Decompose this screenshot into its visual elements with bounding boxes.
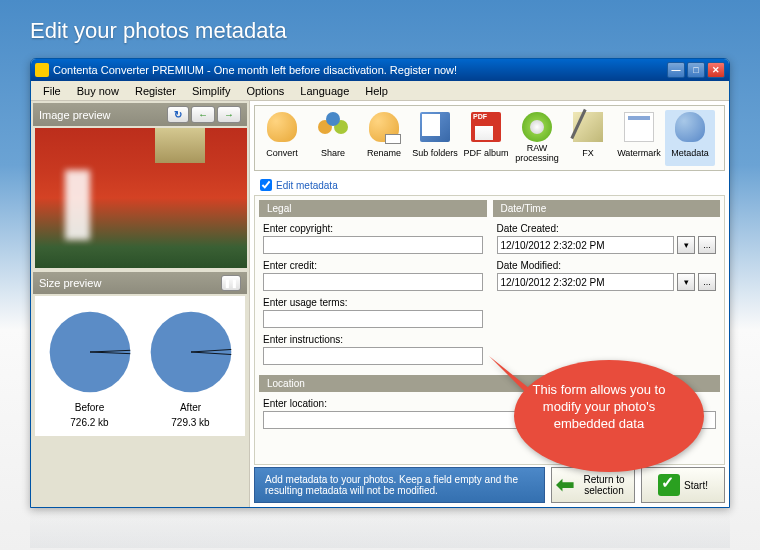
date-created-input[interactable] <box>497 236 675 254</box>
after-size: After 729.3 kb <box>149 310 233 428</box>
copyright-input[interactable] <box>263 236 483 254</box>
app-icon <box>35 63 49 77</box>
maximize-button[interactable]: □ <box>687 62 705 78</box>
titlebar[interactable]: Contenta Converter PREMIUM - One month l… <box>31 59 729 81</box>
folder-icon <box>420 112 450 142</box>
image-preview <box>35 128 247 268</box>
menu-options[interactable]: Options <box>238 83 292 99</box>
size-preview-title: Size preview <box>39 277 101 289</box>
instructions-label: Enter instructions: <box>263 334 483 345</box>
menu-simplify[interactable]: Simplify <box>184 83 239 99</box>
tool-fx[interactable]: FX <box>563 110 613 166</box>
section-legal: Legal <box>259 200 487 217</box>
date-modified-input[interactable] <box>497 273 675 291</box>
menu-register[interactable]: Register <box>127 83 184 99</box>
toolbar: Convert Share Rename Sub folders PDF alb… <box>254 105 725 171</box>
before-size: Before 726.2 kb <box>48 310 132 428</box>
credit-label: Enter credit: <box>263 260 483 271</box>
edit-metadata-label: Edit metadata <box>276 180 338 191</box>
close-button[interactable]: ✕ <box>707 62 725 78</box>
edit-metadata-checkbox[interactable] <box>260 179 272 191</box>
tool-watermark[interactable]: Watermark <box>614 110 664 166</box>
tool-pdfalbum[interactable]: PDF album <box>461 110 511 166</box>
prev-image-button[interactable]: ← <box>191 106 215 123</box>
instructions-input[interactable] <box>263 347 483 365</box>
after-pie-icon <box>149 310 233 394</box>
date-created-dropdown[interactable]: ▾ <box>677 236 695 254</box>
watermark-icon <box>624 112 654 142</box>
people-icon <box>318 112 348 142</box>
person-icon <box>267 112 297 142</box>
tool-rename[interactable]: Rename <box>359 110 409 166</box>
pdf-icon <box>471 112 501 142</box>
copyright-label: Enter copyright: <box>263 223 483 234</box>
credit-input[interactable] <box>263 273 483 291</box>
after-value: 729.3 kb <box>149 417 233 428</box>
metadata-icon <box>675 112 705 142</box>
callout-text: This form allows you to modify your phot… <box>519 381 679 432</box>
menu-file[interactable]: File <box>35 83 69 99</box>
rename-icon <box>369 112 399 142</box>
date-created-picker[interactable]: ... <box>698 236 716 254</box>
page-headline: Edit your photos metadata <box>0 0 760 56</box>
after-label: After <box>149 402 233 413</box>
tool-subfolders[interactable]: Sub folders <box>410 110 460 166</box>
menu-buynow[interactable]: Buy now <box>69 83 127 99</box>
tool-convert[interactable]: Convert <box>257 110 307 166</box>
right-panel: Convert Share Rename Sub folders PDF alb… <box>249 101 729 507</box>
app-window: Contenta Converter PREMIUM - One month l… <box>30 58 730 508</box>
menu-help[interactable]: Help <box>357 83 396 99</box>
aperture-icon <box>522 112 552 142</box>
usage-terms-input[interactable] <box>263 310 483 328</box>
callout-bubble: This form allows you to modify your phot… <box>489 346 709 498</box>
tool-raw[interactable]: RAW processing <box>512 110 562 166</box>
window-reflection <box>30 508 730 548</box>
date-created-label: Date Created: <box>497 223 717 234</box>
date-modified-picker[interactable]: ... <box>698 273 716 291</box>
pause-button[interactable]: ❚❚ <box>221 275 241 291</box>
menu-language[interactable]: Language <box>292 83 357 99</box>
image-preview-title: Image preview <box>39 109 111 121</box>
menubar: File Buy now Register Simplify Options L… <box>31 81 729 101</box>
rotate-button[interactable]: ↻ <box>167 106 189 123</box>
before-label: Before <box>48 402 132 413</box>
window-title: Contenta Converter PREMIUM - One month l… <box>53 64 667 76</box>
size-preview-header: Size preview ❚❚ <box>33 272 247 294</box>
before-pie-icon <box>48 310 132 394</box>
tool-metadata[interactable]: Metadata <box>665 110 715 166</box>
image-preview-header: Image preview ↻ ← → <box>33 103 247 126</box>
left-panel: Image preview ↻ ← → Size preview ❚❚ <box>31 101 249 507</box>
next-image-button[interactable]: → <box>217 106 241 123</box>
section-datetime: Date/Time <box>493 200 721 217</box>
minimize-button[interactable]: — <box>667 62 685 78</box>
wand-icon <box>573 112 603 142</box>
tool-share[interactable]: Share <box>308 110 358 166</box>
usage-terms-label: Enter usage terms: <box>263 297 483 308</box>
before-value: 726.2 kb <box>48 417 132 428</box>
date-modified-label: Date Modified: <box>497 260 717 271</box>
date-modified-dropdown[interactable]: ▾ <box>677 273 695 291</box>
